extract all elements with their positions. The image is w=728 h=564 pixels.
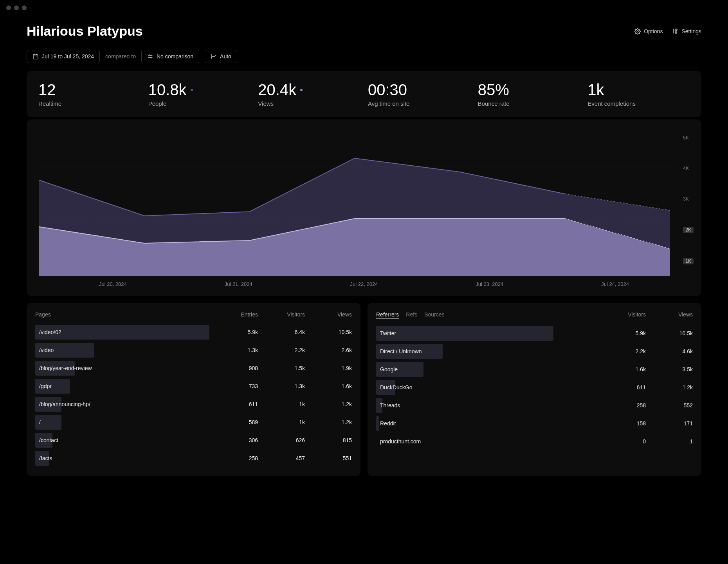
- window-titlebar: [0, 0, 728, 16]
- metric-value: 85%: [478, 81, 580, 99]
- row-value: 1.2k: [328, 419, 352, 425]
- table-row[interactable]: /gdpr 7331.3k1.6k: [35, 377, 352, 395]
- referrers-table-header: ReferrersRefsSources VisitorsViews: [376, 311, 693, 319]
- row-name: /blog/announcing-hp/: [35, 401, 234, 407]
- svg-point-3: [676, 29, 678, 30]
- maximize-window-icon[interactable]: [22, 5, 27, 10]
- row-name: DuckDuckGo: [376, 384, 622, 390]
- metric-item[interactable]: 85% Bounce rate: [478, 81, 580, 107]
- row-name: /gdpr: [35, 383, 234, 389]
- metric-label: Event completions: [587, 100, 690, 107]
- metric-item[interactable]: 1k Event completions: [587, 81, 690, 107]
- auto-button[interactable]: Auto: [205, 50, 237, 63]
- row-name: /contact: [35, 437, 234, 443]
- row-name: Twitter: [376, 330, 622, 336]
- row-value: 258: [234, 455, 258, 461]
- metrics-card: 12 Realtime10.8k People20.4k Views00:30 …: [27, 71, 701, 117]
- x-tick-label: Jul 23, 2024: [476, 281, 503, 287]
- tables-row: Pages EntriesVisitorsViews /video/02 5.9…: [27, 303, 701, 476]
- main-content: Hilarious Platypus Options Settings Jul …: [0, 16, 728, 492]
- table-row[interactable]: /video/02 5.9k6.4k10.5k: [35, 323, 352, 341]
- row-value: 626: [281, 437, 305, 443]
- y-tick-label: 5K: [683, 135, 694, 141]
- comparison-button[interactable]: No comparison: [141, 50, 199, 63]
- options-button[interactable]: Options: [634, 28, 663, 34]
- column-header[interactable]: Visitors: [281, 311, 305, 318]
- metric-item[interactable]: 12 Realtime: [38, 81, 141, 107]
- table-row[interactable]: /video 1.3k2.2k2.6k: [35, 341, 352, 359]
- column-header[interactable]: Views: [328, 311, 352, 318]
- compared-to-text: compared to: [105, 53, 136, 60]
- metric-dot-icon: [191, 89, 193, 91]
- row-value: 1.9k: [328, 365, 352, 371]
- table-row[interactable]: / 5891k1.2k: [35, 413, 352, 431]
- row-name: /video: [35, 347, 234, 353]
- row-name: /facts: [35, 455, 234, 461]
- row-value: 1.2k: [669, 384, 693, 390]
- row-value: 552: [669, 402, 693, 409]
- row-value: 1k: [281, 419, 305, 425]
- chart-card: 5K4K3K2K1K Jul 20, 2024Jul 21, 2024Jul 2…: [27, 119, 701, 296]
- area-chart[interactable]: [34, 131, 694, 276]
- table-row[interactable]: producthunt.com 01: [376, 432, 693, 450]
- minimize-window-icon[interactable]: [14, 5, 19, 10]
- row-value: 1.3k: [281, 383, 305, 389]
- close-window-icon[interactable]: [6, 5, 11, 10]
- tab-sources[interactable]: Sources: [424, 311, 444, 319]
- filter-controls: Jul 19 to Jul 25, 2024 compared to No co…: [27, 50, 701, 63]
- table-row[interactable]: /blog/announcing-hp/ 6111k1.2k: [35, 395, 352, 413]
- table-row[interactable]: /blog/year-end-review 9081.5k1.9k: [35, 359, 352, 377]
- metric-item[interactable]: 20.4k Views: [258, 81, 360, 107]
- table-row[interactable]: Threads 258552: [376, 396, 693, 414]
- row-value: 6.4k: [281, 329, 305, 335]
- row-value: 5.9k: [234, 329, 258, 335]
- settings-label: Settings: [681, 28, 701, 34]
- metric-label: People: [148, 100, 250, 107]
- table-row[interactable]: /facts 258457551: [35, 449, 352, 467]
- x-tick-label: Jul 24, 2024: [601, 281, 629, 287]
- row-value: 4.6k: [669, 348, 693, 354]
- table-row[interactable]: Twitter 5.9k10.5k: [376, 324, 693, 342]
- row-value: 258: [622, 402, 646, 409]
- svg-point-10: [149, 55, 150, 56]
- row-value: 589: [234, 419, 258, 425]
- column-header[interactable]: Entries: [234, 311, 258, 318]
- table-row[interactable]: Direct / Unknown 2.2k4.6k: [376, 342, 693, 360]
- row-value: 1.5k: [281, 365, 305, 371]
- x-tick-label: Jul 21, 2024: [225, 281, 252, 287]
- header-actions: Options Settings: [634, 28, 701, 34]
- row-value: 815: [328, 437, 352, 443]
- pages-table-title: Pages: [35, 311, 51, 318]
- row-value: 1.6k: [328, 383, 352, 389]
- metric-label: Avg time on site: [368, 100, 470, 107]
- table-row[interactable]: DuckDuckGo 6111.2k: [376, 378, 693, 396]
- row-value: 10.5k: [669, 330, 693, 336]
- table-row[interactable]: Google 1.6k3.5k: [376, 360, 693, 378]
- row-value: 3.5k: [669, 366, 693, 372]
- adjust-icon: [147, 53, 153, 60]
- tab-referrers[interactable]: Referrers: [376, 311, 399, 319]
- metric-dot-icon: [300, 89, 303, 91]
- row-value: 733: [234, 383, 258, 389]
- row-value: 457: [281, 455, 305, 461]
- metric-label: Bounce rate: [478, 100, 580, 107]
- date-range-button[interactable]: Jul 19 to Jul 25, 2024: [27, 50, 100, 63]
- metric-item[interactable]: 00:30 Avg time on site: [368, 81, 470, 107]
- svg-rect-4: [33, 54, 38, 59]
- y-tick-label: 3K: [683, 196, 694, 202]
- pages-table-header: Pages EntriesVisitorsViews: [35, 311, 352, 318]
- row-name: /: [35, 419, 234, 425]
- column-header[interactable]: Visitors: [622, 311, 646, 319]
- metric-item[interactable]: 10.8k People: [148, 81, 250, 107]
- metric-value: 10.8k: [148, 81, 250, 99]
- settings-button[interactable]: Settings: [672, 28, 701, 34]
- metric-value: 12: [38, 81, 141, 99]
- column-header[interactable]: Views: [669, 311, 693, 319]
- row-name: /video/02: [35, 329, 234, 335]
- row-name: producthunt.com: [376, 438, 622, 445]
- table-row[interactable]: /contact 306626815: [35, 431, 352, 449]
- svg-point-2: [675, 32, 676, 33]
- row-value: 551: [328, 455, 352, 461]
- tab-refs[interactable]: Refs: [406, 311, 417, 319]
- table-row[interactable]: Reddit 158171: [376, 414, 693, 432]
